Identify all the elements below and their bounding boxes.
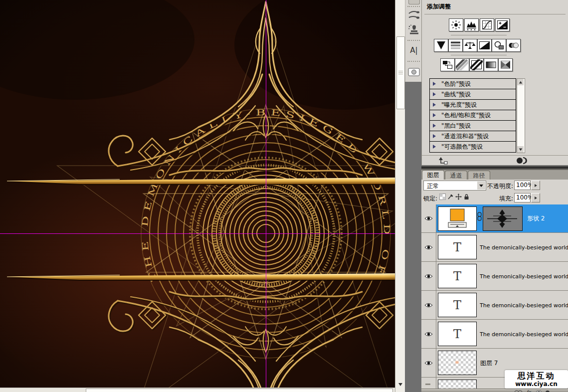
vertical-scrollbar[interactable] xyxy=(395,0,405,392)
horizontal-scrollbar[interactable] xyxy=(0,388,395,392)
footer-icons-partial[interactable]: fx. xyxy=(513,390,568,392)
threshold-icon[interactable] xyxy=(469,58,484,71)
preset-item-black-white[interactable]: "黑白"预设 xyxy=(430,121,516,131)
layers-panel-footer: fx. xyxy=(421,389,568,392)
lock-label: 锁定: xyxy=(423,195,437,203)
layer-name: The demonically-besieged world of 最 xyxy=(480,243,568,251)
adjustment-preset-list: "色阶"预设 "曲线"预设 "曝光度"预设 "色相/饱和度"预设 "黑白"预设 … xyxy=(429,78,516,153)
opacity-slider-button[interactable] xyxy=(531,181,540,190)
layer-visibility-cell[interactable] xyxy=(421,262,436,290)
layer-name: The demonically-besieged world of 最 xyxy=(480,272,568,280)
document-canvas[interactable]: THE DEMONICALLY-BESIEGED WORLD OF xyxy=(0,0,395,388)
vibrance-icon[interactable] xyxy=(434,39,448,52)
expand-triangle-icon[interactable] xyxy=(433,103,436,107)
svg-text:fx.: fx. xyxy=(527,390,532,392)
layer-row-text-1[interactable]: T The demonically-besieged world of 最 xyxy=(421,233,568,262)
text-layer-thumbnail[interactable]: T xyxy=(438,322,477,346)
vector-mask-thumbnail[interactable] xyxy=(483,206,523,231)
preset-item-selective-color[interactable]: "可选颜色"预设 xyxy=(430,142,516,152)
fill-layer-thumbnail[interactable] xyxy=(438,206,477,231)
character-panel-icon[interactable]: A| xyxy=(407,44,420,57)
expand-triangle-icon[interactable] xyxy=(433,82,436,86)
hue-saturation-icon[interactable] xyxy=(448,39,463,52)
expand-triangle-icon[interactable] xyxy=(433,113,436,117)
layer-name: The demonically-besieged world of xyxy=(480,331,568,337)
scroll-down-arrow-icon[interactable] xyxy=(398,383,402,386)
eye-icon[interactable] xyxy=(424,273,433,279)
horizontal-scroll-thumb[interactable] xyxy=(86,389,393,392)
opacity-input[interactable]: 100% xyxy=(514,181,531,190)
pixel-layer-thumbnail[interactable] xyxy=(438,351,477,375)
panel-divider xyxy=(421,165,568,170)
lock-transparent-pixels-icon[interactable] xyxy=(439,194,446,200)
text-layer-thumbnail[interactable]: T xyxy=(438,293,477,317)
expand-triangle-icon[interactable] xyxy=(433,145,436,149)
text-layer-thumbnail[interactable]: T xyxy=(438,235,477,259)
layer-visibility-cell[interactable] xyxy=(421,204,436,232)
layer-row-text-4[interactable]: T The demonically-besieged world of xyxy=(421,320,568,349)
artwork: THE DEMONICALLY-BESIEGED WORLD OF xyxy=(0,0,395,388)
lock-position-icon[interactable] xyxy=(455,194,462,200)
lock-image-pixels-icon[interactable] xyxy=(447,194,454,200)
scroll-up-arrow-icon[interactable] xyxy=(517,79,524,85)
masks-panel-icon[interactable] xyxy=(407,66,420,79)
blend-mode-value: 正常 xyxy=(427,182,439,191)
scroll-down-arrow-icon[interactable] xyxy=(517,146,524,153)
eye-icon[interactable] xyxy=(424,331,433,337)
fill-slider-button[interactable] xyxy=(531,193,540,202)
tab-channels[interactable]: 通道 xyxy=(445,171,467,180)
brightness-contrast-icon[interactable] xyxy=(449,18,463,31)
preset-item-hue-saturation[interactable]: "色相/饱和度"预设 xyxy=(430,110,516,121)
vertical-scroll-thumb[interactable] xyxy=(396,36,405,109)
exposure-icon[interactable] xyxy=(495,18,510,31)
invert-icon[interactable] xyxy=(440,58,455,71)
layer-row-text-2[interactable]: T The demonically-besieged world of 最 xyxy=(421,262,568,291)
layer-visibility-cell[interactable] xyxy=(421,291,436,319)
color-balance-icon[interactable] xyxy=(463,39,477,52)
selective-color-icon[interactable] xyxy=(498,58,513,71)
lock-all-icon[interactable] xyxy=(463,194,470,200)
panel-tabs: 图层 通道 路径 xyxy=(421,170,568,180)
layer-visibility-cell[interactable] xyxy=(421,378,436,389)
curves-icon[interactable] xyxy=(480,18,494,31)
fill-input[interactable]: 100% xyxy=(514,193,531,202)
channel-mixer-icon[interactable] xyxy=(506,39,521,52)
preset-item-exposure[interactable]: "曝光度"预设 xyxy=(430,100,516,110)
watermark: 思洋互动 www.ciya.cn xyxy=(505,370,568,389)
chevron-down-icon[interactable] xyxy=(477,182,485,190)
pixel-layer-thumbnail[interactable] xyxy=(438,380,477,389)
layer-row-text-3[interactable]: T The demonically-besieged world of xyxy=(421,291,568,320)
layer-row-shape-2[interactable]: 形状 2 xyxy=(421,204,568,233)
posterize-icon[interactable] xyxy=(455,58,469,71)
text-layer-thumbnail[interactable]: T xyxy=(438,264,477,288)
preset-list-scrollbar[interactable] xyxy=(517,78,525,153)
photo-filter-icon[interactable] xyxy=(492,39,506,52)
preset-item-levels[interactable]: "色阶"预设 xyxy=(430,79,516,89)
layer-visibility-cell[interactable] xyxy=(421,320,436,348)
eye-icon[interactable] xyxy=(424,244,433,250)
expand-triangle-icon[interactable] xyxy=(433,134,436,138)
watermark-url: www.ciya.cn xyxy=(505,381,568,388)
expand-triangle-icon[interactable] xyxy=(433,92,436,96)
adjustments-panel: 添加调整 xyxy=(421,0,568,165)
gradient-map-icon[interactable] xyxy=(484,58,498,71)
tab-paths[interactable]: 路径 xyxy=(468,171,490,180)
preset-item-curves[interactable]: "曲线"预设 xyxy=(430,89,516,100)
clone-source-panel-icon[interactable] xyxy=(407,24,420,37)
layer-visibility-cell[interactable] xyxy=(421,233,436,261)
link-icon xyxy=(477,212,482,222)
opacity-label: 不透明度: xyxy=(487,182,513,191)
eye-icon[interactable] xyxy=(424,302,433,308)
partial-panel-icon[interactable] xyxy=(408,0,420,4)
expand-triangle-icon[interactable] xyxy=(433,124,436,128)
layer-name: 图层 7 xyxy=(480,359,498,367)
eye-icon[interactable] xyxy=(424,215,433,221)
black-white-icon[interactable] xyxy=(477,39,492,52)
preset-item-channel-mixer[interactable]: "通道混和器"预设 xyxy=(430,131,516,142)
blend-mode-dropdown[interactable]: 正常 xyxy=(423,181,486,191)
eye-icon[interactable] xyxy=(424,360,433,366)
levels-icon[interactable] xyxy=(464,18,479,31)
layer-visibility-cell[interactable] xyxy=(421,349,436,377)
tab-layers[interactable]: 图层 xyxy=(422,170,444,180)
brushes-panel-icon[interactable] xyxy=(407,9,420,22)
